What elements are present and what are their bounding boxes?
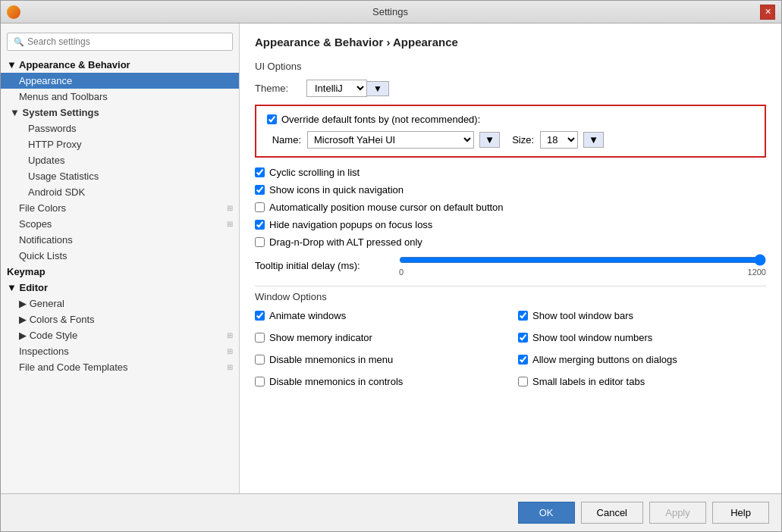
font-name-select[interactable]: Microsoft YaHei UI (307, 131, 474, 149)
small-labels-checkbox[interactable] (518, 377, 528, 386)
hide-nav-label: Hide navigation popups on focus loss (269, 219, 432, 230)
main-panel: Appearance & Behavior › Appearance UI Op… (240, 23, 781, 493)
font-name-row: Name: Microsoft YaHei UI ▼ Size: 18 ▼ (267, 131, 754, 149)
auto-position-row: Automatically position mouse cursor on d… (255, 202, 766, 213)
sidebar-item-http-proxy[interactable]: HTTP Proxy (1, 136, 239, 152)
hide-nav-checkbox[interactable] (255, 220, 265, 230)
footer: OK Cancel Apply Help (1, 493, 781, 531)
search-icon: 🔍 (14, 37, 24, 47)
app-icon (7, 5, 20, 19)
drag-drop-label: Drag-n-Drop with ALT pressed only (269, 236, 422, 248)
small-labels-row: Small labels in editor tabs (518, 376, 766, 387)
show-tool-numbers-checkbox[interactable] (518, 333, 528, 343)
allow-merging-label: Allow merging buttons on dialogs (532, 354, 677, 365)
show-tool-bars-checkbox[interactable] (518, 311, 528, 321)
sidebar-item-appearance[interactable]: Appearance (1, 73, 239, 89)
sidebar-item-keymap[interactable]: Keymap (1, 264, 239, 280)
show-tool-numbers-row: Show tool window numbers (518, 332, 766, 343)
sidebar-item-editor[interactable]: ▼ Editor (1, 280, 239, 296)
disable-mnemonics-menu-row: Disable mnemonics in menu (255, 354, 503, 365)
slider-max: 1200 (748, 268, 766, 277)
external-icon: ⊞ (227, 220, 233, 228)
cancel-button[interactable]: Cancel (581, 502, 643, 524)
cyclic-scrolling-checkbox[interactable] (255, 167, 265, 177)
tooltip-slider-row: Tooltip initial delay (ms): 0 1200 (255, 254, 766, 277)
override-label: Override default fonts by (not recommend… (281, 114, 480, 125)
theme-select[interactable]: IntelliJ (306, 80, 367, 97)
name-label: Name: (267, 134, 301, 146)
tooltip-slider-container: 0 1200 (399, 254, 766, 277)
sidebar-item-updates[interactable]: Updates (1, 152, 239, 168)
auto-position-checkbox[interactable] (255, 202, 265, 212)
allow-merging-row: Allow merging buttons on dialogs (518, 354, 766, 365)
sidebar-item-code-style[interactable]: ▶ Code Style ⊞ (1, 327, 239, 343)
font-dropdown-button[interactable]: ▼ (479, 132, 500, 148)
cyclic-scrolling-label: Cyclic scrolling in list (269, 167, 360, 178)
font-size-select[interactable]: 18 (540, 131, 578, 149)
theme-row: Theme: IntelliJ ▼ (255, 80, 766, 97)
hide-nav-row: Hide navigation popups on focus loss (255, 219, 766, 230)
show-memory-checkbox[interactable] (255, 333, 265, 343)
window-title: Settings (20, 6, 760, 17)
show-tool-bars-label: Show tool window bars (532, 310, 633, 321)
divider (255, 286, 766, 286)
drag-drop-checkbox[interactable] (255, 237, 265, 247)
sidebar-item-system-settings[interactable]: ▼ System Settings (1, 105, 239, 120)
sidebar-item-quick-lists[interactable]: Quick Lists (1, 248, 239, 264)
show-icons-checkbox[interactable] (255, 185, 265, 195)
auto-position-label: Automatically position mouse cursor on d… (269, 202, 504, 213)
title-bar-controls: ✕ (760, 5, 775, 20)
sidebar-item-passwords[interactable]: Passwords (1, 120, 239, 136)
sidebar-item-general[interactable]: ▶ General (1, 296, 239, 311)
show-memory-label: Show memory indicator (269, 332, 372, 343)
theme-label: Theme: (255, 83, 300, 94)
sidebar-item-scopes[interactable]: Scopes ⊞ (1, 216, 239, 232)
search-box: 🔍 (7, 33, 233, 51)
small-labels-label: Small labels in editor tabs (532, 376, 645, 387)
cyclic-scrolling-row: Cyclic scrolling in list (255, 167, 766, 178)
disable-mnemonics-menu-checkbox[interactable] (255, 355, 265, 365)
expand-icon: ▼ (7, 282, 19, 293)
show-icons-row: Show icons in quick navigation (255, 184, 766, 196)
animate-windows-checkbox[interactable] (255, 311, 265, 321)
allow-merging-checkbox[interactable] (518, 355, 528, 365)
title-bar: Settings ✕ (1, 1, 781, 23)
ok-button[interactable]: OK (518, 502, 575, 524)
ui-options-title: UI Options (255, 61, 766, 72)
override-checkbox[interactable] (267, 114, 277, 124)
show-tool-bars-row: Show tool window bars (518, 310, 766, 321)
sidebar-item-menus-toolbars[interactable]: Menus and Toolbars (1, 89, 239, 105)
sidebar-item-appearance-behavior[interactable]: ▼ Appearance & Behavior (1, 57, 239, 73)
drag-drop-row: Drag-n-Drop with ALT pressed only (255, 236, 766, 248)
theme-dropdown-button[interactable]: ▼ (366, 81, 389, 96)
show-icons-label: Show icons in quick navigation (269, 184, 404, 196)
sidebar-item-colors-fonts[interactable]: ▶ Colors & Fonts (1, 311, 239, 327)
disable-mnemonics-controls-label: Disable mnemonics in controls (269, 376, 403, 387)
size-label: Size: (512, 134, 534, 146)
breadcrumb: Appearance & Behavior › Appearance (255, 36, 766, 49)
tooltip-label: Tooltip initial delay (ms): (255, 260, 391, 271)
override-checkbox-row: Override default fonts by (not recommend… (267, 114, 754, 125)
external-icon: ⊞ (227, 331, 233, 340)
sidebar-item-usage-statistics[interactable]: Usage Statistics (1, 168, 239, 184)
animate-windows-label: Animate windows (269, 310, 346, 321)
window-options-title: Window Options (255, 291, 766, 302)
search-input[interactable] (27, 36, 226, 47)
sidebar-item-notifications[interactable]: Notifications (1, 232, 239, 248)
expand-icon: ▼ (7, 59, 19, 70)
sidebar-item-inspections[interactable]: Inspections ⊞ (1, 343, 239, 359)
sidebar-item-file-code-templates[interactable]: File and Code Templates ⊞ (1, 359, 239, 375)
sidebar-item-android-sdk[interactable]: Android SDK (1, 184, 239, 200)
slider-min: 0 (399, 268, 404, 277)
sidebar-item-file-colors[interactable]: File Colors ⊞ (1, 200, 239, 216)
external-icon: ⊞ (227, 363, 233, 371)
help-button[interactable]: Help (712, 502, 769, 524)
expand-icon: ▼ (10, 107, 22, 118)
disable-mnemonics-controls-row: Disable mnemonics in controls (255, 376, 503, 387)
size-dropdown-button[interactable]: ▼ (583, 132, 604, 148)
disable-mnemonics-controls-checkbox[interactable] (255, 377, 265, 386)
apply-button[interactable]: Apply (649, 502, 706, 524)
close-button[interactable]: ✕ (760, 5, 775, 20)
settings-window: Settings ✕ 🔍 ▼ Appearance & Behavior App… (0, 0, 782, 532)
tooltip-slider[interactable] (399, 254, 766, 266)
